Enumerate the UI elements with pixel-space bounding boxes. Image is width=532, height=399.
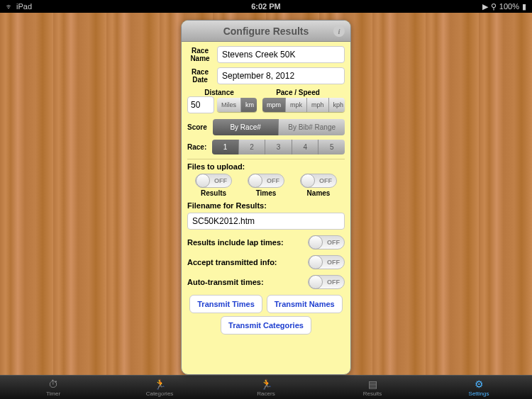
race-name-label: RaceName	[187, 47, 213, 62]
switch-knob	[309, 235, 323, 249]
score-by-bib[interactable]: By Bib# Range	[279, 119, 345, 135]
accept-info-label: Accept transmitted info:	[187, 258, 277, 266]
filename-label: Filename for Results:	[187, 201, 345, 210]
race-selector-label: Race:	[187, 143, 206, 151]
categories-icon: 🏃	[154, 378, 166, 390]
switch-knob	[301, 174, 315, 188]
lap-times-switch[interactable]: OFF	[308, 235, 345, 249]
tab-racers[interactable]: 🏃 Racers	[213, 376, 319, 399]
pace-unit-selector: mpm mpk mph kph	[262, 98, 345, 112]
status-time: 6:02 PM	[251, 2, 281, 11]
upload-names-switch[interactable]: OFF	[300, 174, 337, 188]
distance-unit-selector: Miles km	[217, 98, 257, 112]
play-icon: ▶	[482, 2, 488, 11]
unit-miles[interactable]: Miles	[217, 98, 241, 112]
race-2[interactable]: 2	[239, 140, 266, 154]
pace-mpm[interactable]: mpm	[262, 98, 286, 112]
score-by-race[interactable]: By Race#	[213, 119, 279, 135]
upload-results-label: Results	[201, 189, 226, 197]
transmit-times-button[interactable]: Transmit Times	[189, 295, 262, 313]
tab-categories[interactable]: 🏃 Categories	[106, 376, 213, 399]
battery-icon: ▮	[522, 2, 526, 11]
transmit-names-button[interactable]: Transmit Names	[267, 295, 343, 313]
accept-info-switch[interactable]: OFF	[308, 255, 345, 269]
race-name-input[interactable]	[217, 46, 345, 63]
race-1[interactable]: 1	[212, 140, 239, 154]
race-3[interactable]: 3	[265, 140, 292, 154]
results-icon: ▤	[368, 378, 377, 390]
score-selector: By Race# By Bib# Range	[213, 119, 345, 135]
race-date-label: RaceDate	[187, 68, 213, 84]
distance-header: Distance	[187, 89, 251, 96]
race-date-input[interactable]	[217, 67, 345, 84]
tab-results[interactable]: ▤ Results	[319, 376, 426, 399]
panel-header: Configure Results i	[182, 21, 350, 42]
auto-transmit-switch[interactable]: OFF	[308, 275, 345, 289]
upload-times-label: Times	[256, 189, 277, 197]
timer-icon: ⏱	[48, 378, 58, 390]
status-bar: ᯤ iPad 6:02 PM ▶ ⚲ 100% ▮	[0, 0, 532, 13]
divider	[187, 159, 345, 159]
auto-transmit-label: Auto-transmit times:	[187, 278, 264, 286]
score-label: Score	[187, 123, 207, 131]
switch-knob	[196, 174, 210, 188]
wifi-icon: ᯤ	[6, 2, 13, 11]
tab-timer[interactable]: ⏱ Timer	[0, 376, 106, 399]
pace-kph[interactable]: kph	[329, 98, 345, 112]
race-selector: 1 2 3 4 5	[212, 140, 345, 154]
settings-icon: ⚙	[475, 378, 484, 390]
tab-bar: ⏱ Timer 🏃 Categories 🏃 Racers ▤ Results …	[0, 375, 532, 399]
tab-settings[interactable]: ⚙ Settings	[426, 376, 532, 399]
upload-results-switch[interactable]: OFF	[195, 174, 232, 188]
switch-knob	[309, 275, 323, 289]
configure-panel: Configure Results i RaceName RaceDate Di…	[181, 20, 351, 375]
battery-pct: 100%	[499, 2, 519, 11]
device-label: iPad	[16, 2, 32, 11]
upload-times-switch[interactable]: OFF	[248, 174, 284, 188]
switch-knob	[248, 174, 262, 188]
transmit-categories-button[interactable]: Transmit Categories	[221, 316, 311, 335]
filename-input[interactable]	[187, 213, 345, 230]
main-background: Configure Results i RaceName RaceDate Di…	[0, 13, 532, 375]
switch-knob	[309, 255, 323, 269]
racers-icon: 🏃	[260, 378, 272, 390]
bluetooth-icon: ⚲	[491, 2, 497, 11]
pace-header: Pace / Speed	[251, 89, 345, 96]
upload-names-label: Names	[307, 189, 331, 197]
info-icon[interactable]: i	[333, 26, 345, 37]
pace-mph[interactable]: mph	[307, 98, 329, 112]
panel-title: Configure Results	[223, 26, 309, 37]
unit-km[interactable]: km	[241, 98, 257, 112]
upload-header: Files to upload:	[187, 162, 345, 171]
distance-input[interactable]	[187, 96, 214, 113]
lap-times-label: Results include lap times:	[187, 238, 284, 247]
pace-mpk[interactable]: mpk	[286, 98, 307, 112]
race-5[interactable]: 5	[318, 140, 345, 154]
race-4[interactable]: 4	[292, 140, 319, 154]
